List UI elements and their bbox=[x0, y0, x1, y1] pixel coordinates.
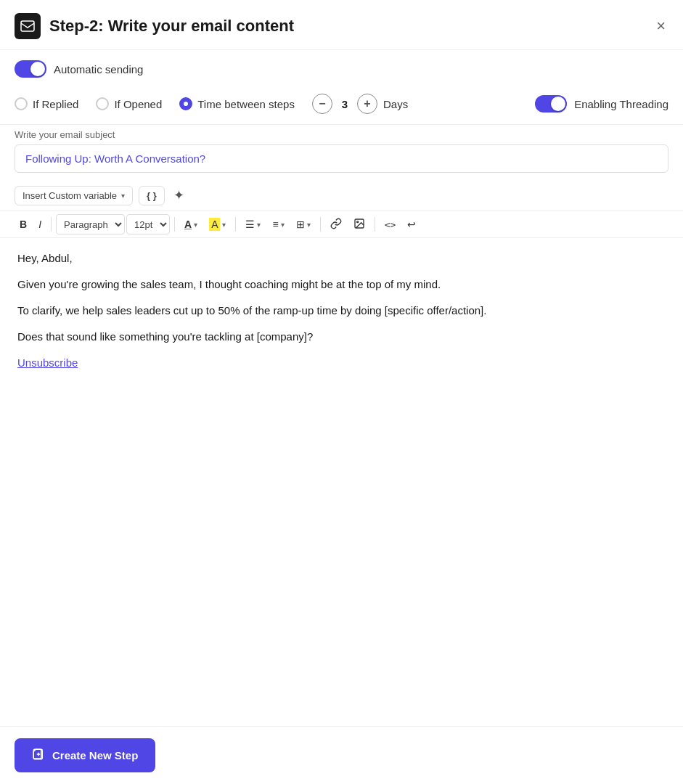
automatic-sending-row: Automatic sending bbox=[0, 50, 683, 88]
time-between-steps-option[interactable]: Time between steps bbox=[179, 97, 295, 110]
page-title: Step-2: Write your email content bbox=[49, 17, 294, 36]
automatic-sending-label: Automatic sending bbox=[54, 63, 143, 75]
font-color-button[interactable]: A ▾ bbox=[179, 216, 203, 233]
time-between-steps-label: Time between steps bbox=[197, 98, 295, 110]
highlight-icon: A bbox=[209, 218, 220, 231]
header-left: Step-2: Write your email content bbox=[15, 13, 294, 39]
image-button[interactable] bbox=[348, 215, 370, 234]
svg-rect-0 bbox=[21, 21, 34, 31]
increment-button[interactable]: + bbox=[357, 94, 377, 114]
code-icon: <> bbox=[385, 219, 396, 230]
subject-label: Write your email subject bbox=[15, 129, 668, 140]
ordered-list-button[interactable]: ≡ ▾ bbox=[267, 216, 289, 233]
table-chevron-icon: ▾ bbox=[307, 221, 311, 229]
link-button[interactable] bbox=[325, 215, 347, 234]
italic-button[interactable]: I bbox=[33, 216, 46, 233]
email-line-2: Given you're growing the sales team, I t… bbox=[17, 276, 666, 293]
dialog-header: Step-2: Write your email content × bbox=[0, 0, 683, 50]
decrement-button[interactable]: − bbox=[312, 94, 332, 114]
if-replied-radio[interactable] bbox=[15, 97, 28, 110]
automatic-sending-toggle[interactable] bbox=[15, 60, 46, 78]
bullet-list-chevron-icon: ▾ bbox=[257, 221, 261, 229]
close-button[interactable]: × bbox=[653, 14, 668, 38]
email-line-4: Does that sound like something you're ta… bbox=[17, 328, 666, 346]
if-opened-option[interactable]: If Opened bbox=[96, 97, 162, 110]
ordered-list-chevron-icon: ▾ bbox=[281, 221, 285, 229]
email-line-1: Hey, Abdul, bbox=[17, 250, 666, 267]
separator-1 bbox=[51, 217, 52, 232]
threading-group: Enabling Threading bbox=[535, 95, 668, 113]
highlight-chevron-icon: ▾ bbox=[222, 221, 226, 229]
curly-braces-button[interactable]: { } bbox=[139, 186, 165, 205]
bullet-list-icon: ☰ bbox=[245, 219, 255, 230]
undo-button[interactable]: ↩ bbox=[402, 216, 421, 233]
link-icon bbox=[330, 218, 342, 232]
magic-wand-button[interactable]: ✦ bbox=[171, 184, 187, 206]
svg-point-2 bbox=[356, 221, 358, 222]
table-icon: ⊞ bbox=[296, 219, 305, 230]
create-new-step-button[interactable]: Create New Step bbox=[15, 738, 155, 772]
if-replied-option[interactable]: If Replied bbox=[15, 97, 78, 110]
days-value: 3 bbox=[338, 98, 351, 110]
enabling-threading-label: Enabling Threading bbox=[574, 98, 668, 110]
email-icon bbox=[15, 13, 41, 39]
insert-custom-variable-label: Insert Custom variable bbox=[23, 190, 117, 201]
editor-toolbar: B I Paragraph 12pt A ▾ A ▾ ☰ ▾ ≡ ▾ ⊞ ▾ bbox=[0, 211, 683, 238]
email-line-3: To clarify, we help sales leaders cut up… bbox=[17, 302, 666, 319]
separator-5 bbox=[375, 217, 375, 232]
font-color-icon: A bbox=[184, 219, 192, 230]
separator-2 bbox=[174, 217, 175, 232]
bullet-list-button[interactable]: ☰ ▾ bbox=[240, 216, 266, 233]
time-between-steps-radio[interactable] bbox=[179, 97, 192, 110]
subject-input[interactable] bbox=[15, 144, 668, 173]
undo-icon: ↩ bbox=[407, 219, 416, 230]
options-row: If Replied If Opened Time between steps … bbox=[0, 88, 683, 124]
days-unit: Days bbox=[383, 98, 408, 110]
table-button[interactable]: ⊞ ▾ bbox=[291, 216, 316, 233]
insert-custom-variable-button[interactable]: Insert Custom variable ▾ bbox=[15, 186, 133, 205]
create-new-step-label: Create New Step bbox=[52, 749, 138, 761]
code-button[interactable]: <> bbox=[380, 216, 401, 233]
bold-button[interactable]: B bbox=[15, 216, 32, 233]
chevron-down-icon: ▾ bbox=[121, 192, 125, 200]
footer: Create New Step bbox=[0, 726, 683, 784]
if-opened-label: If Opened bbox=[114, 98, 162, 110]
days-stepper: − 3 + Days bbox=[312, 94, 408, 114]
toolbar-row: Insert Custom variable ▾ { } ✦ bbox=[0, 180, 683, 211]
create-step-icon bbox=[32, 748, 45, 763]
unsubscribe-link[interactable]: Unsubscribe bbox=[17, 356, 78, 369]
if-opened-radio[interactable] bbox=[96, 97, 109, 110]
paragraph-style-select[interactable]: Paragraph bbox=[56, 214, 125, 234]
separator-4 bbox=[320, 217, 321, 232]
font-color-chevron-icon: ▾ bbox=[194, 221, 197, 229]
email-editor[interactable]: Hey, Abdul, Given you're growing the sal… bbox=[0, 238, 683, 528]
if-replied-label: If Replied bbox=[33, 98, 78, 110]
separator-3 bbox=[235, 217, 236, 232]
image-icon bbox=[353, 218, 365, 232]
ordered-list-icon: ≡ bbox=[272, 219, 278, 230]
font-size-select[interactable]: 12pt bbox=[126, 214, 170, 234]
subject-section: Write your email subject bbox=[0, 125, 683, 180]
highlight-color-button[interactable]: A ▾ bbox=[204, 215, 231, 234]
enabling-threading-toggle[interactable] bbox=[535, 95, 567, 113]
